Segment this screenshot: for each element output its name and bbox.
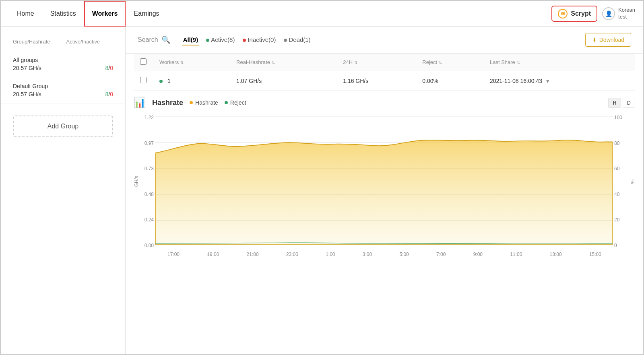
user-info[interactable]: 👤 Korean test <box>602 7 635 21</box>
y-axis-right: 100 80 60 40 20 0 <box>614 113 629 250</box>
y-axis-left-label: GH/s <box>134 176 139 187</box>
group-default-name: Default Group <box>13 83 113 89</box>
sidebar: Group/Hashrate Active/Inactive All group… <box>1 27 126 355</box>
sort-workers[interactable]: ⇅ <box>180 60 184 65</box>
download-icon: ⬇ <box>592 37 597 43</box>
x-label-10: 13:00 <box>550 252 562 257</box>
row-checkbox[interactable] <box>140 77 147 83</box>
sort-reject[interactable]: ⇅ <box>439 60 442 65</box>
sidebar-group-all[interactable]: All groups 20.57 GH/s 8/0 <box>1 51 125 77</box>
chart-legend: Hashrate Reject <box>190 99 246 106</box>
group-default-stats: 20.57 GH/s 8/0 <box>13 91 113 97</box>
legend-reject: Reject <box>225 99 246 106</box>
search-label: Search <box>138 36 158 43</box>
scrypt-label: Scrypt <box>571 10 591 17</box>
nav-workers[interactable]: Workers <box>84 1 126 27</box>
nav-home[interactable]: Home <box>9 1 42 27</box>
search-icon[interactable]: 🔍 <box>161 35 170 44</box>
chart-icon: 📊 <box>134 97 146 108</box>
workers-table: Workers⇅ Real-Hashrate⇅ 24H⇅ Reject⇅ Las… <box>126 54 643 91</box>
chart-container: 📊 Hashrate Hashrate Reject H D <box>126 91 643 355</box>
worker-24h: 1.16 GH/s <box>336 71 416 91</box>
hashrate-chart <box>155 113 613 250</box>
legend-reject-label: Reject <box>230 99 246 106</box>
filter-bar: Search 🔍 All(9) Active(8) Inactive(0) De… <box>126 27 643 54</box>
main-layout: Group/Hashrate Active/Inactive All group… <box>1 27 643 355</box>
top-nav: Home Statistics Workers Earnings ≋ Scryp… <box>1 1 643 27</box>
inactive-dot <box>243 39 246 42</box>
user-name: Korean test <box>618 7 635 21</box>
col-real-hashrate: Real-Hashrate⇅ <box>230 54 336 71</box>
chart-area <box>155 113 613 250</box>
tab-dead[interactable]: Dead(1) <box>283 35 311 45</box>
sidebar-header: Group/Hashrate Active/Inactive <box>1 35 125 51</box>
download-button[interactable]: ⬇ Download <box>585 33 631 47</box>
col-24h: 24H⇅ <box>336 54 416 71</box>
legend-hashrate-dot <box>190 101 193 104</box>
y-axis-left: 1.22 0.97 0.73 0.48 0.24 0.00 <box>141 113 155 250</box>
sidebar-col2: Active/Inactive <box>66 39 100 45</box>
worker-real-hashrate: 1.07 GH/s <box>230 71 336 91</box>
group-all-stats: 20.57 GH/s 8/0 <box>13 65 113 71</box>
group-all-counts: 8/0 <box>105 65 113 71</box>
x-label-2: 21:00 <box>247 252 259 257</box>
legend-hashrate: Hashrate <box>190 99 218 106</box>
chart-header: 📊 Hashrate Hashrate Reject H D <box>134 97 635 108</box>
chart-title: Hashrate <box>152 99 183 107</box>
last-share-dropdown[interactable]: ▼ <box>545 78 550 84</box>
sidebar-group-default[interactable]: Default Group 20.57 GH/s 8/0 <box>1 77 125 103</box>
x-axis: 17:00 19:00 21:00 23:00 1:00 3:00 5:00 7… <box>151 250 617 257</box>
scrypt-selector[interactable]: ≋ Scrypt <box>551 6 597 22</box>
table-row: 1 1.07 GH/s 1.16 GH/s 0.00% 2021-11-08 1… <box>134 71 635 91</box>
sidebar-col1: Group/Hashrate <box>13 39 50 45</box>
content-area: Search 🔍 All(9) Active(8) Inactive(0) De… <box>126 27 643 355</box>
sort-24h[interactable]: ⇅ <box>354 60 357 65</box>
sort-last-share[interactable]: ⇅ <box>517 60 520 65</box>
scrypt-icon: ≋ <box>558 9 568 19</box>
col-reject: Reject⇅ <box>416 54 483 71</box>
legend-reject-dot <box>225 101 228 104</box>
x-label-0: 17:00 <box>167 252 180 257</box>
y-axis-right-label: % <box>630 180 635 184</box>
group-default-rate: 20.57 GH/s <box>13 91 41 97</box>
user-avatar: 👤 <box>602 7 615 20</box>
x-label-8: 9:00 <box>473 252 483 257</box>
add-group-button[interactable]: Add Group <box>13 116 113 137</box>
group-all-name: All groups <box>13 57 113 63</box>
dead-dot <box>284 39 287 42</box>
tab-all[interactable]: All(9) <box>182 35 199 45</box>
x-label-6: 5:00 <box>399 252 409 257</box>
legend-hashrate-label: Hashrate <box>195 99 218 106</box>
nav-statistics[interactable]: Statistics <box>42 1 84 27</box>
x-label-4: 1:00 <box>326 252 335 257</box>
col-last-share: Last Share⇅ <box>483 54 635 71</box>
x-label-7: 7:00 <box>436 252 446 257</box>
x-label-11: 15:00 <box>589 252 601 257</box>
worker-status-dot <box>159 80 163 83</box>
filter-tabs: All(9) Active(8) Inactive(0) Dead(1) <box>182 35 312 45</box>
hashrate-area <box>155 140 613 245</box>
x-label-3: 23:00 <box>286 252 298 257</box>
x-label-9: 11:00 <box>510 252 522 257</box>
x-label-5: 3:00 <box>363 252 372 257</box>
select-all-checkbox[interactable] <box>140 58 147 65</box>
col-workers: Workers⇅ <box>153 54 230 71</box>
tab-inactive[interactable]: Inactive(0) <box>242 35 277 45</box>
sort-hashrate[interactable]: ⇅ <box>272 60 275 65</box>
period-d-button[interactable]: D <box>623 98 635 108</box>
download-label: Download <box>599 37 624 43</box>
tab-active[interactable]: Active(8) <box>205 35 235 45</box>
x-label-1: 19:00 <box>207 252 219 257</box>
active-dot <box>206 39 209 42</box>
period-h-button[interactable]: H <box>608 98 621 108</box>
worker-reject: 0.00% <box>416 71 483 91</box>
worker-name: 1 <box>153 71 230 91</box>
worker-last-share: 2021-11-08 16:00:43 ▼ <box>483 71 635 91</box>
group-default-counts: 8/0 <box>105 91 113 97</box>
group-all-rate: 20.57 GH/s <box>13 65 41 71</box>
nav-earnings[interactable]: Earnings <box>126 1 167 27</box>
search-area[interactable]: Search 🔍 <box>138 35 170 44</box>
chart-period-buttons: H D <box>608 98 635 108</box>
